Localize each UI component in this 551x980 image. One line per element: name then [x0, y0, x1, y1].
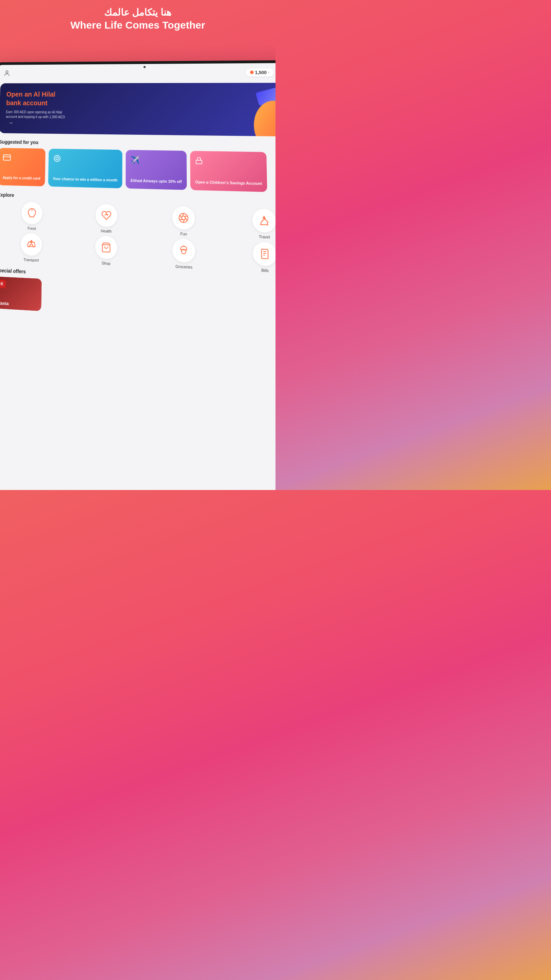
banner-title: Open an Al Hilal bank account	[6, 90, 71, 108]
top-bar: 1,500 ›	[0, 63, 275, 81]
chevron-right-icon: ›	[268, 70, 269, 74]
profile-icon[interactable]	[2, 68, 12, 79]
suggest-card-savings[interactable]: Open a Children's Savings Account	[190, 151, 267, 192]
million-icon	[53, 154, 118, 166]
svg-point-0	[6, 71, 8, 73]
points-value: 1,500	[255, 70, 267, 75]
food-label: Food	[27, 226, 36, 231]
food-circle	[21, 202, 43, 224]
suggest-card-million[interactable]: Your chance to win a million a month	[48, 149, 122, 189]
shop-circle	[95, 236, 118, 259]
suggest-card-savings-label: Open a Children's Savings Account	[195, 179, 262, 186]
svg-rect-22	[261, 250, 268, 259]
english-headline: Where Life Comes Together	[0, 19, 275, 31]
svg-line-19	[102, 245, 110, 245]
explore-item-food[interactable]: Food	[0, 201, 68, 232]
arabic-headline: هنا يتكامل عالمك	[0, 7, 275, 18]
savings-icon	[195, 157, 262, 168]
credit-card-icon	[3, 153, 40, 164]
tablet-screen: 1,500 ›	[0, 63, 275, 490]
explore-item-fun[interactable]: Fun	[146, 205, 222, 238]
suggest-card-etihad-label: Etihad Airways upto 10% off	[130, 178, 182, 184]
groceries-circle	[172, 239, 195, 263]
explore-item-bills[interactable]: Bills	[225, 240, 275, 275]
top-bar-left	[2, 68, 12, 79]
points-flame-icon	[250, 70, 254, 74]
svg-point-18	[33, 247, 34, 247]
suggested-cards-scroll: Apply for a credit card Your chance to w…	[0, 147, 275, 197]
offer-card-vania[interactable]: Vania K	[0, 277, 41, 311]
bank-banner[interactable]: Open an Al Hilal bank account Earn 300 A…	[0, 83, 275, 137]
health-circle	[95, 204, 117, 227]
explore-item-health[interactable]: Health	[70, 203, 143, 235]
explore-item-transport[interactable]: Transport	[0, 232, 67, 264]
explore-item-groceries[interactable]: Groceries	[146, 238, 222, 271]
svg-point-16	[30, 244, 33, 247]
svg-rect-7	[196, 160, 202, 164]
bills-circle	[253, 242, 275, 266]
svg-point-17	[29, 247, 30, 247]
etihad-icon: ✈️	[130, 156, 182, 166]
top-bar-right: 1,500 ›	[246, 67, 275, 77]
groceries-label: Groceries	[176, 264, 192, 269]
suggest-card-million-label: Your chance to win a million a month	[53, 176, 118, 183]
offer-card-img: Vania K	[0, 277, 41, 311]
suggest-card-etihad[interactable]: ✈️ Etihad Airways upto 10% off	[126, 150, 187, 190]
points-badge[interactable]: 1,500 ›	[246, 68, 274, 76]
svg-point-5	[54, 156, 60, 162]
suggest-card-credit[interactable]: Apply for a credit card	[0, 148, 46, 186]
camera-dot	[143, 66, 146, 68]
transport-circle	[21, 233, 42, 256]
background-headline: هنا يتكامل عالمك Where Life Comes Togeth…	[0, 7, 275, 31]
banner-text: Open an Al Hilal bank account Earn 300 A…	[6, 90, 275, 129]
shop-label: Shop	[102, 261, 111, 266]
tablet-frame: 1,500 ›	[0, 60, 275, 490]
transport-label: Transport	[24, 258, 39, 262]
fun-circle	[172, 206, 195, 230]
explore-item-travel[interactable]: Travel	[225, 208, 275, 241]
explore-item-shop[interactable]: Shop	[69, 235, 143, 267]
travel-circle	[252, 208, 275, 233]
bills-label: Bills	[261, 268, 269, 273]
fun-label: Fun	[180, 232, 187, 237]
travel-label: Travel	[259, 234, 270, 239]
svg-rect-3	[3, 155, 11, 160]
svg-point-6	[56, 157, 59, 160]
suggest-card-credit-label: Apply for a credit card	[2, 175, 40, 181]
banner-description: Earn 300 AED upon opening an Al Hilal ac…	[6, 110, 67, 127]
health-label: Health	[101, 229, 111, 234]
